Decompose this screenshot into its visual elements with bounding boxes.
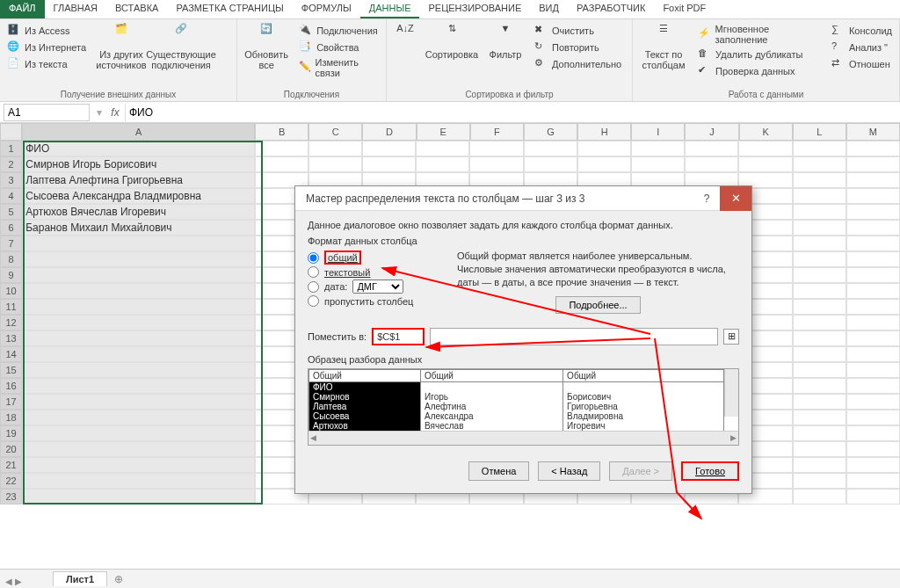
preview-table[interactable]: ОбщийОбщийОбщийФИОСмирновИгорьБорисовичЛ… <box>308 369 724 431</box>
tab-developer[interactable]: РАЗРАБОТЧИК <box>568 0 654 18</box>
row-head-20[interactable]: 20 <box>0 441 22 457</box>
cell-A16[interactable] <box>22 378 254 394</box>
col-head-L[interactable]: L <box>793 123 846 141</box>
btn-filter[interactable]: ▼Фильтр <box>485 23 526 88</box>
cell-F1[interactable] <box>469 141 523 156</box>
btn-existing-conn[interactable]: 🔗Существующие подключения <box>155 23 207 88</box>
tab-data[interactable]: ДАННЫЕ <box>360 0 420 18</box>
row-head-7[interactable]: 7 <box>0 236 22 251</box>
cell-A7[interactable] <box>22 236 254 251</box>
cell-B1[interactable] <box>255 141 308 156</box>
cell-M15[interactable] <box>846 362 900 378</box>
cell-M1[interactable] <box>846 141 900 156</box>
dialog-close-button[interactable]: ✕ <box>720 186 751 211</box>
radio-text[interactable] <box>308 266 319 278</box>
btn-advanced-filter[interactable]: ⚙Дополнительно <box>533 56 623 72</box>
cell-L22[interactable] <box>793 473 846 489</box>
cell-L2[interactable] <box>793 156 846 172</box>
cell-M20[interactable] <box>846 441 900 457</box>
row-head-1[interactable]: 1 <box>0 141 22 156</box>
row-head-16[interactable]: 16 <box>0 378 22 394</box>
cell-B2[interactable] <box>255 156 308 172</box>
cell-L11[interactable] <box>793 299 846 315</box>
row-head-9[interactable]: 9 <box>0 267 22 283</box>
cell-A2[interactable]: Смирнов Игорь Борисович <box>22 156 254 172</box>
cell-A18[interactable] <box>22 410 254 425</box>
cell-L16[interactable] <box>793 378 846 394</box>
cell-L12[interactable] <box>793 315 846 330</box>
btn-consolidate[interactable]: ∑Консолид <box>830 23 894 39</box>
row-head-18[interactable]: 18 <box>0 410 22 425</box>
tab-review[interactable]: РЕЦЕНЗИРОВАНИЕ <box>419 0 530 18</box>
btn-from-web[interactable]: 🌐Из Интернета <box>5 40 88 55</box>
col-head-C[interactable]: C <box>308 123 362 141</box>
cell-D1[interactable] <box>362 141 416 156</box>
destination-range-display[interactable] <box>430 328 718 345</box>
tab-formulas[interactable]: ФОРМУЛЫ <box>293 0 360 18</box>
cell-L1[interactable] <box>793 141 846 156</box>
row-head-19[interactable]: 19 <box>0 425 22 441</box>
cell-A20[interactable] <box>22 441 254 457</box>
cell-L20[interactable] <box>793 441 846 457</box>
btn-connections[interactable]: 🔌Подключения <box>297 23 381 39</box>
col-head-F[interactable]: F <box>470 123 524 141</box>
cell-E2[interactable] <box>416 156 469 172</box>
cell-H1[interactable] <box>577 141 631 156</box>
cell-J1[interactable] <box>685 141 738 156</box>
row-head-5[interactable]: 5 <box>0 204 22 220</box>
cell-C1[interactable] <box>308 141 362 156</box>
cell-M6[interactable] <box>846 220 900 236</box>
col-head-A[interactable]: A <box>22 123 255 141</box>
cell-M22[interactable] <box>846 473 900 489</box>
row-head-3[interactable]: 3 <box>0 172 22 188</box>
col-head-G[interactable]: G <box>524 123 577 141</box>
cell-L18[interactable] <box>793 410 846 425</box>
cell-I2[interactable] <box>631 156 685 172</box>
cell-M7[interactable] <box>846 236 900 251</box>
sheet-nav[interactable]: ◀ ▶ <box>5 577 22 586</box>
cell-L8[interactable] <box>793 251 846 267</box>
col-head-K[interactable]: K <box>739 123 793 141</box>
btn-clear-filter[interactable]: ✖Очистить <box>533 23 623 39</box>
name-box[interactable] <box>4 104 90 121</box>
cell-C2[interactable] <box>308 156 362 172</box>
cell-A15[interactable] <box>22 362 254 378</box>
row-head-23[interactable]: 23 <box>0 489 22 505</box>
tab-insert[interactable]: ВСТАВКА <box>106 0 167 18</box>
col-head-D[interactable]: D <box>362 123 416 141</box>
cell-M18[interactable] <box>846 410 900 425</box>
cell-M17[interactable] <box>846 394 900 410</box>
cell-M21[interactable] <box>846 457 900 473</box>
cell-L9[interactable] <box>793 267 846 283</box>
btn-back[interactable]: < Назад <box>538 461 600 481</box>
row-head-12[interactable]: 12 <box>0 315 22 330</box>
cell-A21[interactable] <box>22 457 254 473</box>
col-head-B[interactable]: B <box>255 123 308 141</box>
cell-L6[interactable] <box>793 220 846 236</box>
cell-A17[interactable] <box>22 394 254 410</box>
btn-flash-fill[interactable]: ⚡Мгновенное заполнение <box>696 23 823 46</box>
row-head-10[interactable]: 10 <box>0 283 22 299</box>
cell-M9[interactable] <box>846 267 900 283</box>
btn-sort[interactable]: ⇅Сортировка <box>425 23 478 88</box>
tab-home[interactable]: ГЛАВНАЯ <box>45 0 106 18</box>
row-head-14[interactable]: 14 <box>0 346 22 362</box>
cell-H2[interactable] <box>577 156 631 172</box>
cell-M2[interactable] <box>846 156 900 172</box>
btn-other-sources[interactable]: 🗂️Из других источников <box>95 23 148 88</box>
cell-M13[interactable] <box>846 330 900 346</box>
row-head-21[interactable]: 21 <box>0 457 22 473</box>
cell-E1[interactable] <box>416 141 469 156</box>
btn-from-access[interactable]: 🗄️Из Access <box>5 23 88 39</box>
cell-A1[interactable]: ФИО <box>22 141 254 156</box>
row-head-4[interactable]: 4 <box>0 188 22 204</box>
btn-refresh-all[interactable]: 🔄Обновить все <box>243 23 290 88</box>
cell-L21[interactable] <box>793 457 846 473</box>
row-head-22[interactable]: 22 <box>0 473 22 489</box>
btn-relations[interactable]: ⇄Отношен <box>830 56 894 72</box>
cell-M3[interactable] <box>846 172 900 188</box>
preview-vscroll[interactable] <box>724 369 738 417</box>
cell-M23[interactable] <box>846 489 900 505</box>
cell-L3[interactable] <box>793 172 846 188</box>
cell-A19[interactable] <box>22 425 254 441</box>
